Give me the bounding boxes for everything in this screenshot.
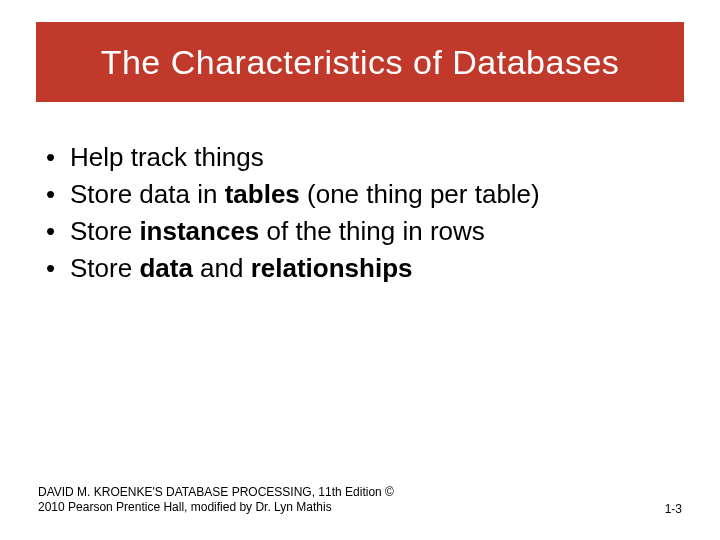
text-bold: relationships <box>251 253 413 283</box>
text-run: and <box>193 253 251 283</box>
text-run: (one thing per table) <box>300 179 540 209</box>
list-item: • Help track things <box>46 140 674 175</box>
text-run: Store <box>70 253 139 283</box>
text-bold: data <box>139 253 192 283</box>
footer-line: 2010 Pearson Prentice Hall, modified by … <box>38 500 394 516</box>
list-item: • Store instances of the thing in rows <box>46 214 674 249</box>
list-item: • Store data in tables (one thing per ta… <box>46 177 674 212</box>
bullet-text: Store instances of the thing in rows <box>70 214 674 249</box>
text-run: of the thing in rows <box>259 216 484 246</box>
bullet-icon: • <box>46 251 70 286</box>
bullet-text: Help track things <box>70 140 674 175</box>
text-bold: tables <box>225 179 300 209</box>
footer-line: DAVID M. KROENKE'S DATABASE PROCESSING, … <box>38 485 394 501</box>
text-run: Help track things <box>70 142 264 172</box>
footer: DAVID M. KROENKE'S DATABASE PROCESSING, … <box>38 485 682 516</box>
text-run: Store <box>70 216 139 246</box>
bullet-icon: • <box>46 214 70 249</box>
footer-credits: DAVID M. KROENKE'S DATABASE PROCESSING, … <box>38 485 394 516</box>
slide-title: The Characteristics of Databases <box>101 43 620 82</box>
bullet-icon: • <box>46 177 70 212</box>
bullet-list: • Help track things • Store data in tabl… <box>46 140 674 288</box>
page-number: 1-3 <box>645 502 682 516</box>
slide: The Characteristics of Databases • Help … <box>0 0 720 540</box>
list-item: • Store data and relationships <box>46 251 674 286</box>
bullet-icon: • <box>46 140 70 175</box>
bullet-text: Store data and relationships <box>70 251 674 286</box>
bullet-text: Store data in tables (one thing per tabl… <box>70 177 674 212</box>
title-band: The Characteristics of Databases <box>36 22 684 102</box>
text-bold: instances <box>139 216 259 246</box>
text-run: Store data in <box>70 179 225 209</box>
